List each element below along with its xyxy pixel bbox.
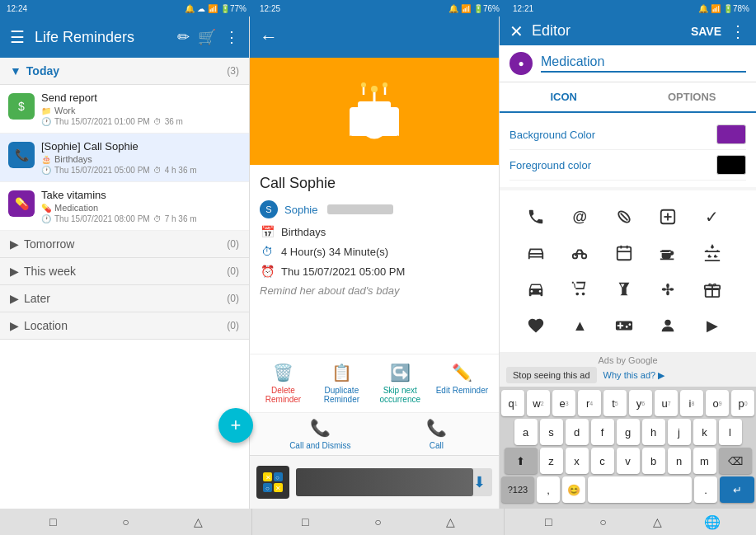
key-c[interactable]: c [591,448,614,474]
icon-gift[interactable] [696,273,729,306]
key-g[interactable]: g [617,419,640,445]
key-o[interactable]: o9 [706,390,729,416]
icon-pill[interactable] [608,200,641,233]
key-p[interactable]: p0 [731,390,754,416]
icon-plus-medical[interactable] [651,200,684,233]
more-options-icon[interactable]: ⋮ [730,21,746,41]
key-b[interactable]: b [642,448,665,474]
key-r[interactable]: r4 [578,390,601,416]
key-n[interactable]: n [668,448,691,474]
call-button[interactable]: 📞 Call [414,418,459,450]
reminder-call-sophie[interactable]: 📞 [Sophie] Call Sophie 🎂 Birthdays 🕐 Thu… [0,134,249,182]
hamburger-icon[interactable]: ☰ [10,27,25,47]
key-j[interactable]: j [668,419,691,445]
key-u[interactable]: u7 [655,390,678,416]
section-later[interactable]: ▶ Later (0) [0,285,249,312]
key-y[interactable]: y6 [629,390,652,416]
foreground-color-swatch[interactable] [716,155,746,175]
key-enter[interactable]: ↵ [720,476,754,503]
icon-bed[interactable] [519,237,552,270]
delete-reminder-button[interactable]: 🗑️ DeleteReminder [261,363,306,404]
key-shift[interactable]: ⬆ [505,448,538,474]
nav-triangle-middle[interactable]: △ [442,513,460,531]
reminder-take-vitamins[interactable]: 💊 Take vitamins 💊 Medication 🕐 Thu 15/07… [0,182,249,231]
key-i[interactable]: i8 [680,390,703,416]
key-x[interactable]: x [566,448,589,474]
key-e[interactable]: e3 [552,390,575,416]
reminder-send-report[interactable]: $ Send report 📁 Work 🕐 Thu 15/07/2021 01… [0,85,249,134]
tab-options[interactable]: OPTIONS [628,82,757,111]
icon-at[interactable]: @ [563,200,596,233]
key-period[interactable]: . [694,476,717,503]
key-z[interactable]: z [540,448,563,474]
icon-heart[interactable] [519,309,552,342]
call-dismiss-button[interactable]: 📞 Call and Dismiss [289,418,350,450]
nav-circle-middle[interactable]: ○ [369,513,387,531]
icons-grid: @ ✓ [509,194,746,349]
section-tomorrow[interactable]: ▶ Tomorrow (0) [0,231,249,258]
tab-icon[interactable]: ICON [500,82,628,113]
nav-square-left[interactable]: □ [44,513,62,531]
nav-circle-left[interactable]: ○ [116,513,134,531]
icon-coffee[interactable] [651,237,684,270]
icon-calendar[interactable] [608,237,641,270]
color-section: Background Color Foreground color [500,113,756,187]
key-q[interactable]: q1 [501,390,524,416]
nav-circle-right[interactable]: ○ [594,513,612,531]
medication-name-input[interactable] [541,54,746,73]
icon-gamepad[interactable] [608,309,641,342]
key-d[interactable]: d [566,419,589,445]
section-this-week[interactable]: ▶ This week (0) [0,258,249,285]
nav-square-middle[interactable]: □ [296,513,314,531]
icon-arrow-right[interactable]: ▶ [696,309,729,342]
icon-triangle[interactable]: ▲ [563,309,596,342]
key-s[interactable]: s [540,419,563,445]
icon-car[interactable] [519,273,552,306]
svg-point-28 [666,284,669,289]
key-v[interactable]: v [617,448,640,474]
icon-flower[interactable] [651,273,684,306]
key-backspace[interactable]: ⌫ [719,448,752,474]
key-comma[interactable]: , [537,476,560,503]
key-space[interactable] [588,476,692,503]
edit-icon[interactable]: ✏ [177,28,190,46]
key-a[interactable]: a [514,419,538,445]
key-k[interactable]: k [693,419,716,445]
icon-drink[interactable] [608,273,641,306]
cart-icon[interactable]: 🛒 [198,28,216,46]
icon-person[interactable] [651,309,684,342]
nav-globe-icon[interactable]: 🌐 [703,513,721,531]
fab-button[interactable]: + [218,408,253,443]
edit-reminder-button[interactable]: ✏️ Edit Reminder [436,363,488,404]
key-t[interactable]: t5 [603,390,627,416]
nav-triangle-right[interactable]: △ [649,513,667,531]
why-ad-link[interactable]: Why this ad? ▶ [603,370,665,381]
background-color-swatch[interactable] [716,124,746,144]
more-icon[interactable]: ⋮ [224,28,239,46]
duplicate-reminder-button[interactable]: 📋 DuplicateReminder [319,363,364,404]
nav-triangle-left[interactable]: △ [190,513,208,531]
section-today[interactable]: ▼ Today (3) [0,58,249,85]
vitamins-icon: 💊 [8,190,35,217]
icon-cake[interactable] [696,237,729,270]
key-l[interactable]: l [719,419,742,445]
icon-check[interactable]: ✓ [696,200,729,233]
close-button[interactable]: ✕ [509,21,524,41]
nav-square-right[interactable]: □ [539,513,557,531]
save-button[interactable]: SAVE [691,25,721,38]
key-123[interactable]: ?123 [501,476,534,503]
key-w[interactable]: w2 [527,390,550,416]
icon-phone[interactable] [519,200,552,233]
back-button[interactable]: ← [260,26,278,48]
section-location[interactable]: ▶ Location (0) [0,312,249,340]
icon-cart[interactable] [563,273,596,306]
key-m[interactable]: m [693,448,716,474]
stop-seeing-ad-button[interactable]: Stop seeing this ad [506,367,597,383]
icon-bike[interactable] [563,237,596,270]
key-h[interactable]: h [642,419,665,445]
key-f[interactable]: f [591,419,614,445]
key-emoji[interactable]: 😊 [562,476,585,503]
chevron-location-icon: ▶ [10,319,19,332]
app-title: Life Reminders [35,29,167,46]
skip-occurrence-button[interactable]: ↪️ Skip nextoccurrence [378,363,423,404]
